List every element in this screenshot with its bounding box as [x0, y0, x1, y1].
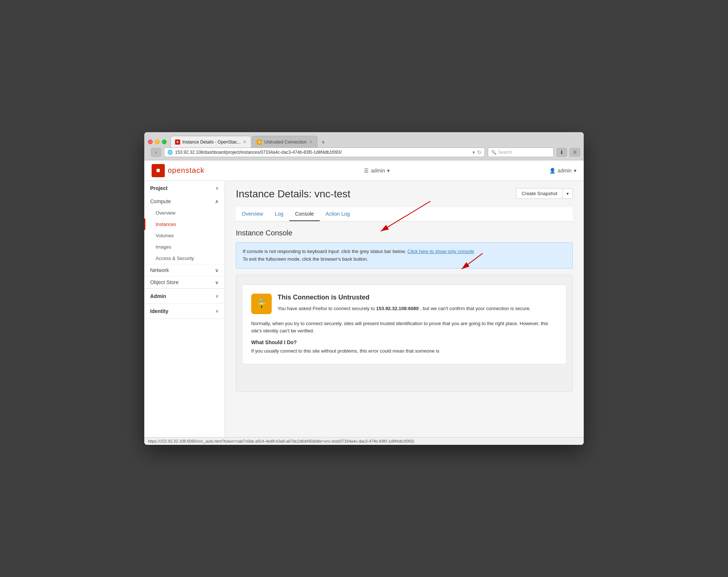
- sidebar-section-identity: Identity ∨: [144, 304, 224, 319]
- status-bar: https://153.92.32.108:6080/vnc_auto.html…: [144, 437, 584, 445]
- create-snapshot-group: Create Snapshot ▾: [516, 188, 573, 199]
- app-content: ■ openstack ☰ admin ▾ 👤 admin ▾ Proje: [144, 160, 584, 445]
- instance-tab-bar: Overview Log Console Action Log: [236, 207, 573, 222]
- refresh-btn[interactable]: ↻: [477, 149, 482, 155]
- back-btn[interactable]: ‹: [151, 148, 161, 157]
- tab-overview[interactable]: Overview: [236, 207, 269, 221]
- browser-chrome: ■ Instance Details - OpenStac... ✕ ⚠ Unt…: [144, 132, 584, 160]
- network-label: Network: [150, 267, 169, 273]
- sidebar-item-overview[interactable]: Overview: [144, 207, 224, 219]
- sidebar-subsection-compute-header[interactable]: Compute ∧: [144, 196, 224, 207]
- sidebar-section-project: Project ∧ Compute ∧ Overview Inst: [144, 181, 224, 289]
- sidebar-section-admin-label: Admin: [150, 293, 166, 299]
- project-label: admin: [371, 168, 385, 174]
- create-snapshot-button[interactable]: Create Snapshot: [516, 188, 562, 199]
- sidebar-section-project-header[interactable]: Project ∧: [144, 181, 224, 196]
- tab-label-2: Untrusted Connection: [264, 139, 307, 145]
- address-actions: ▾ ↻: [472, 149, 482, 155]
- sidebar-subsection-network-header[interactable]: Network ∨: [144, 264, 224, 276]
- browser-window: ■ Instance Details - OpenStac... ✕ ⚠ Unt…: [144, 132, 584, 445]
- new-tab-btn[interactable]: +: [318, 137, 328, 148]
- sidebar-section-admin-header[interactable]: Admin ∨: [144, 289, 224, 304]
- create-snapshot-dropdown-btn[interactable]: ▾: [562, 189, 573, 199]
- console-info-box: If console is not responding to keyboard…: [236, 242, 573, 269]
- project-switcher[interactable]: ☰ admin ▾: [364, 168, 390, 174]
- untrusted-body2: Normally, when you try to connect secure…: [251, 320, 557, 335]
- tab-favicon-openstack: ■: [175, 139, 180, 145]
- minimize-traffic-light[interactable]: [155, 139, 160, 144]
- object-store-label: Object Store: [150, 279, 179, 285]
- os-logo: ■ openstack: [152, 164, 204, 177]
- sidebar-item-access-security[interactable]: Access & Security: [144, 253, 224, 264]
- sidebar-section-identity-header[interactable]: Identity ∨: [144, 304, 224, 319]
- tab-log[interactable]: Log: [269, 207, 289, 221]
- sidebar-subsection-network: Network ∨: [144, 264, 224, 276]
- untrusted-body1-end: , but we can't confirm that your connect…: [420, 306, 531, 311]
- sidebar-item-volumes[interactable]: Volumes: [144, 230, 224, 241]
- project-switcher-icon: ☰: [364, 168, 369, 174]
- content-wrapper: Instance Details: vnc-test Create Snapsh…: [236, 188, 573, 392]
- untrusted-title: This Connection is Untrusted: [278, 294, 531, 301]
- sidebar-item-access-security-label: Access & Security: [156, 256, 194, 261]
- tab-close-btn-2[interactable]: ✕: [309, 139, 313, 145]
- untrusted-body3: If you usually connect to this site with…: [251, 347, 557, 355]
- nav-buttons: ‹: [151, 148, 161, 157]
- tab-close-btn[interactable]: ✕: [243, 139, 246, 145]
- browser-tabs: ■ Instance Details - OpenStac... ✕ ⚠ Unt…: [148, 136, 580, 148]
- user-menu[interactable]: 👤 admin ▾: [549, 168, 576, 174]
- untrusted-address: 153.92.32.108:6080: [376, 306, 419, 311]
- status-url: https://153.92.32.108:6080/vnc_auto.html…: [148, 439, 414, 443]
- traffic-lights: [148, 139, 167, 144]
- chevron-down-network-icon: ∨: [215, 267, 219, 273]
- sidebar: Project ∧ Compute ∧ Overview Inst: [144, 181, 225, 437]
- chevron-down-identity-icon: ∨: [215, 309, 219, 314]
- sidebar-subsection-object-store: Object Store ∨: [144, 276, 224, 288]
- tab-action-log[interactable]: Action Log: [320, 207, 356, 221]
- sidebar-item-images[interactable]: Images: [144, 241, 224, 253]
- project-dropdown-icon: ▾: [387, 168, 390, 174]
- sidebar-item-overview-label: Overview: [156, 210, 175, 216]
- sidebar-item-images-label: Images: [156, 244, 171, 250]
- main-layout: Project ∧ Compute ∧ Overview Inst: [144, 181, 584, 437]
- close-traffic-light[interactable]: [148, 139, 153, 144]
- page-header: Instance Details: vnc-test Create Snapsh…: [236, 188, 573, 200]
- sidebar-item-instances[interactable]: Instances: [144, 219, 224, 230]
- tab-untrusted[interactable]: ⚠ Untrusted Connection ✕: [252, 136, 317, 148]
- untrusted-body: You have asked Firefox to connect secure…: [278, 305, 531, 313]
- sidebar-section-admin: Admin ∨: [144, 289, 224, 304]
- sidebar-subsection-compute: Compute ∧ Overview Instances Volumes: [144, 196, 224, 264]
- search-bar[interactable]: 🔍 Search: [488, 148, 554, 157]
- tab-favicon-warning: ⚠: [257, 139, 262, 145]
- sidebar-item-instances-label: Instances: [156, 222, 176, 227]
- console-section-title: Instance Console: [236, 229, 573, 237]
- menu-btn[interactable]: ≡: [570, 148, 580, 157]
- download-btn[interactable]: ⬇: [557, 148, 567, 157]
- console-area: 🔒 This Connection is Untrusted You have …: [236, 275, 573, 392]
- chevron-up-icon: ∧: [215, 186, 219, 191]
- sidebar-subsection-object-store-header[interactable]: Object Store ∨: [144, 276, 224, 288]
- os-logo-icon: ■: [152, 164, 165, 177]
- compute-label: Compute: [150, 198, 171, 204]
- untrusted-subtitle: What Should I Do?: [251, 339, 557, 345]
- untrusted-box: 🔒 This Connection is Untrusted You have …: [242, 284, 567, 364]
- dropdown-arrow[interactable]: ▾: [472, 149, 475, 155]
- os-logo-text: openstack: [168, 166, 204, 175]
- tab-instance-details[interactable]: ■ Instance Details - OpenStac... ✕: [170, 136, 251, 148]
- info-text: If console is not responding to keyboard…: [243, 249, 406, 254]
- tab-console[interactable]: Console: [289, 207, 320, 221]
- content-area: Instance Details: vnc-test Create Snapsh…: [225, 181, 584, 437]
- address-bar[interactable]: 🌐 153.92.32.108/dashboard/project/instan…: [164, 148, 485, 157]
- user-dropdown-icon: ▾: [574, 168, 576, 174]
- sidebar-item-volumes-label: Volumes: [156, 233, 174, 238]
- untrusted-content: This Connection is Untrusted You have as…: [278, 294, 531, 313]
- user-label: admin: [558, 168, 572, 174]
- sidebar-section-identity-label: Identity: [150, 308, 168, 314]
- page-title: Instance Details: vnc-test: [236, 188, 350, 200]
- chevron-up-compute-icon: ∧: [215, 198, 219, 204]
- address-text: 153.92.32.108/dashboard/project/instance…: [175, 150, 470, 155]
- maximize-traffic-light[interactable]: [162, 139, 167, 144]
- search-placeholder: Search: [498, 150, 512, 155]
- console-only-link[interactable]: Click here to show only console: [408, 249, 474, 254]
- untrusted-header: 🔒 This Connection is Untrusted You have …: [251, 294, 557, 314]
- untrusted-warning-icon: 🔒: [251, 294, 272, 314]
